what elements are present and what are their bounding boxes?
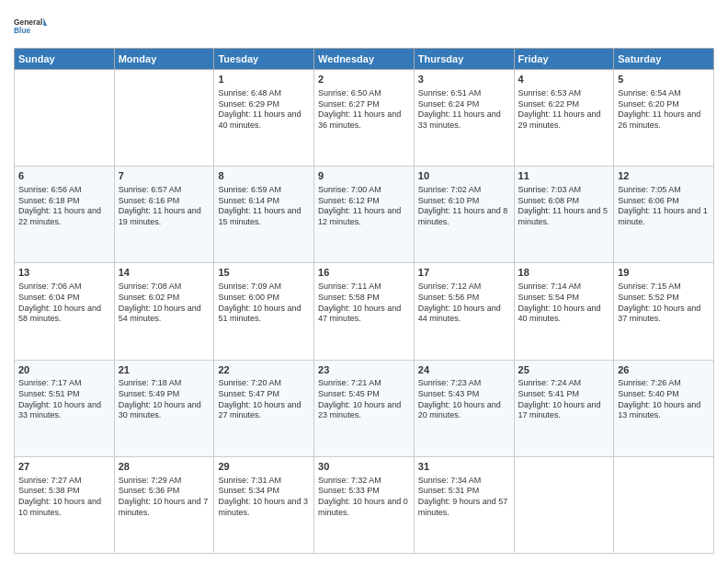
cell-content: Sunrise: 6:48 AM Sunset: 6:29 PM Dayligh… [218, 88, 310, 132]
calendar-cell: 23Sunrise: 7:21 AM Sunset: 5:45 PM Dayli… [314, 360, 415, 456]
day-number: 10 [418, 169, 510, 183]
calendar-cell: 1Sunrise: 6:48 AM Sunset: 6:29 PM Daylig… [214, 70, 314, 167]
cell-content: Sunrise: 7:14 AM Sunset: 5:54 PM Dayligh… [518, 282, 610, 325]
calendar-cell: 25Sunrise: 7:24 AM Sunset: 5:41 PM Dayli… [514, 360, 614, 456]
calendar-cell: 11Sunrise: 7:03 AM Sunset: 6:08 PM Dayli… [514, 167, 614, 263]
calendar-cell [15, 70, 115, 167]
cell-content: Sunrise: 7:09 AM Sunset: 6:00 PM Dayligh… [218, 282, 310, 325]
cell-content: Sunrise: 7:11 AM Sunset: 5:58 PM Dayligh… [318, 282, 410, 325]
day-number: 14 [119, 266, 210, 280]
cell-content: Sunrise: 6:59 AM Sunset: 6:14 PM Dayligh… [218, 185, 310, 228]
cell-content: Sunrise: 7:05 AM Sunset: 6:06 PM Dayligh… [618, 185, 710, 228]
calendar-cell: 8Sunrise: 6:59 AM Sunset: 6:14 PM Daylig… [214, 167, 314, 263]
calendar-cell [114, 70, 214, 167]
cell-content: Sunrise: 7:00 AM Sunset: 6:12 PM Dayligh… [318, 185, 410, 228]
day-number: 3 [418, 73, 510, 86]
day-number: 29 [218, 460, 310, 474]
svg-text:General: General [14, 17, 42, 27]
calendar-cell: 7Sunrise: 6:57 AM Sunset: 6:16 PM Daylig… [114, 167, 214, 263]
day-number: 21 [119, 363, 210, 377]
calendar-cell: 10Sunrise: 7:02 AM Sunset: 6:10 PM Dayli… [414, 167, 514, 263]
day-header-friday: Friday [514, 49, 614, 70]
day-header-wednesday: Wednesday [314, 49, 415, 70]
cell-content: Sunrise: 7:03 AM Sunset: 6:08 PM Dayligh… [518, 185, 610, 228]
calendar-page: General Blue SundayMondayTuesdayWednesda… [0, 0, 728, 563]
day-number: 19 [618, 266, 710, 280]
calendar-cell: 6Sunrise: 6:56 AM Sunset: 6:18 PM Daylig… [15, 167, 115, 263]
calendar-table: SundayMondayTuesdayWednesdayThursdayFrid… [14, 48, 714, 554]
day-number: 18 [518, 266, 610, 280]
day-number: 7 [119, 169, 210, 183]
day-number: 16 [318, 266, 410, 280]
day-number: 17 [418, 266, 510, 280]
calendar-cell: 13Sunrise: 7:06 AM Sunset: 6:04 PM Dayli… [15, 263, 115, 360]
cell-content: Sunrise: 7:18 AM Sunset: 5:49 PM Dayligh… [119, 378, 210, 421]
calendar-cell: 21Sunrise: 7:18 AM Sunset: 5:49 PM Dayli… [114, 360, 214, 456]
cell-content: Sunrise: 7:26 AM Sunset: 5:40 PM Dayligh… [618, 378, 710, 421]
day-number: 4 [518, 73, 610, 86]
day-number: 20 [18, 363, 110, 377]
cell-content: Sunrise: 7:20 AM Sunset: 5:47 PM Dayligh… [218, 378, 310, 421]
cell-content: Sunrise: 7:06 AM Sunset: 6:04 PM Dayligh… [18, 282, 110, 325]
calendar-cell: 14Sunrise: 7:08 AM Sunset: 6:02 PM Dayli… [114, 263, 214, 360]
day-number: 6 [18, 169, 110, 183]
cell-content: Sunrise: 7:15 AM Sunset: 5:52 PM Dayligh… [618, 282, 710, 325]
calendar-cell: 18Sunrise: 7:14 AM Sunset: 5:54 PM Dayli… [514, 263, 614, 360]
day-number: 12 [618, 169, 710, 183]
day-header-saturday: Saturday [614, 49, 714, 70]
day-number: 1 [218, 73, 310, 86]
calendar-cell: 29Sunrise: 7:31 AM Sunset: 5:34 PM Dayli… [214, 456, 314, 553]
svg-text:Blue: Blue [14, 26, 31, 35]
cell-content: Sunrise: 7:32 AM Sunset: 5:33 PM Dayligh… [318, 476, 410, 519]
logo: General Blue [14, 9, 47, 42]
day-number: 30 [318, 460, 410, 474]
calendar-cell [614, 456, 714, 553]
calendar-cell: 2Sunrise: 6:50 AM Sunset: 6:27 PM Daylig… [314, 70, 415, 167]
header: General Blue [14, 9, 714, 42]
day-number: 31 [418, 460, 510, 474]
cell-content: Sunrise: 7:27 AM Sunset: 5:38 PM Dayligh… [18, 476, 110, 519]
calendar-cell: 31Sunrise: 7:34 AM Sunset: 5:31 PM Dayli… [414, 456, 514, 553]
day-number: 26 [618, 363, 710, 377]
cell-content: Sunrise: 7:31 AM Sunset: 5:34 PM Dayligh… [218, 476, 310, 519]
day-header-tuesday: Tuesday [214, 49, 314, 70]
day-number: 28 [119, 460, 210, 474]
day-number: 23 [318, 363, 410, 377]
calendar-cell: 22Sunrise: 7:20 AM Sunset: 5:47 PM Dayli… [214, 360, 314, 456]
calendar-cell: 4Sunrise: 6:53 AM Sunset: 6:22 PM Daylig… [514, 70, 614, 167]
logo-svg: General Blue [14, 9, 47, 42]
cell-content: Sunrise: 7:29 AM Sunset: 5:36 PM Dayligh… [119, 476, 210, 519]
calendar-cell [514, 456, 614, 553]
cell-content: Sunrise: 6:51 AM Sunset: 6:24 PM Dayligh… [418, 88, 510, 132]
cell-content: Sunrise: 7:34 AM Sunset: 5:31 PM Dayligh… [418, 476, 510, 519]
calendar-cell: 9Sunrise: 7:00 AM Sunset: 6:12 PM Daylig… [314, 167, 415, 263]
calendar-cell: 27Sunrise: 7:27 AM Sunset: 5:38 PM Dayli… [15, 456, 115, 553]
calendar-cell: 20Sunrise: 7:17 AM Sunset: 5:51 PM Dayli… [15, 360, 115, 456]
calendar-cell: 5Sunrise: 6:54 AM Sunset: 6:20 PM Daylig… [614, 70, 714, 167]
day-header-sunday: Sunday [15, 49, 115, 70]
day-number: 25 [518, 363, 610, 377]
svg-marker-2 [43, 18, 47, 26]
cell-content: Sunrise: 7:12 AM Sunset: 5:56 PM Dayligh… [418, 282, 510, 325]
calendar-cell: 28Sunrise: 7:29 AM Sunset: 5:36 PM Dayli… [114, 456, 214, 553]
day-number: 2 [318, 73, 410, 86]
day-header-monday: Monday [114, 49, 214, 70]
calendar-cell: 3Sunrise: 6:51 AM Sunset: 6:24 PM Daylig… [414, 70, 514, 167]
cell-content: Sunrise: 7:23 AM Sunset: 5:43 PM Dayligh… [418, 378, 510, 421]
cell-content: Sunrise: 7:24 AM Sunset: 5:41 PM Dayligh… [518, 378, 610, 421]
calendar-cell: 19Sunrise: 7:15 AM Sunset: 5:52 PM Dayli… [614, 263, 714, 360]
cell-content: Sunrise: 7:08 AM Sunset: 6:02 PM Dayligh… [119, 282, 210, 325]
cell-content: Sunrise: 6:57 AM Sunset: 6:16 PM Dayligh… [119, 185, 210, 228]
day-number: 5 [618, 73, 710, 86]
day-number: 22 [218, 363, 310, 377]
cell-content: Sunrise: 7:02 AM Sunset: 6:10 PM Dayligh… [418, 185, 510, 228]
day-number: 11 [518, 169, 610, 183]
calendar-cell: 17Sunrise: 7:12 AM Sunset: 5:56 PM Dayli… [414, 263, 514, 360]
cell-content: Sunrise: 6:50 AM Sunset: 6:27 PM Dayligh… [318, 88, 410, 132]
day-header-thursday: Thursday [414, 49, 514, 70]
calendar-cell: 12Sunrise: 7:05 AM Sunset: 6:06 PM Dayli… [614, 167, 714, 263]
day-number: 27 [18, 460, 110, 474]
cell-content: Sunrise: 7:17 AM Sunset: 5:51 PM Dayligh… [18, 378, 110, 421]
calendar-cell: 24Sunrise: 7:23 AM Sunset: 5:43 PM Dayli… [414, 360, 514, 456]
day-number: 24 [418, 363, 510, 377]
